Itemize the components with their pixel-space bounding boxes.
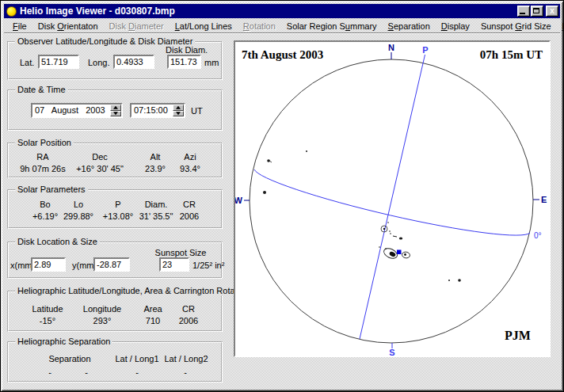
menu-disk-orientaton[interactable]: Disk Orientaton [32,20,104,32]
cr-value: 2006 [158,211,221,221]
group-disk-location-title: Disk Location & Size [15,237,100,246]
menu-solar-region-summary[interactable]: Solar Region Summary [281,20,383,32]
lat-label: Lat. [20,58,34,67]
time-spin-up-button[interactable] [173,105,184,111]
sunspot[interactable] [448,280,450,281]
ra-header: RA [11,152,74,162]
sunspot-size-label: Sunspot Size [149,248,212,257]
separation-header: Separation [38,354,101,363]
minimize-icon [520,13,525,14]
solar-disk-panel: 7th August 2003 07h 15m UT PJM N P S W E… [234,40,551,357]
pole-label: P [422,45,428,55]
dec-header: Dec [68,152,131,162]
latitude-value: -15° [16,316,79,325]
group-observer: Observer Latitude/Longitude & Disk Diame… [7,41,223,80]
date-spin-up-button[interactable] [110,105,121,111]
sunspot[interactable] [387,222,389,223]
menu-rotation: Rotation [238,20,281,32]
disk-diam-unit: mm [204,58,219,67]
east-label: E [541,195,547,204]
sunspot[interactable] [389,230,391,232]
menu-display[interactable]: Display [436,20,475,32]
group-heliographic-title: Heliographic Latitude/Longitude, Area & … [15,286,251,295]
time-value: 07:15:00 [134,105,168,115]
group-solar-position-title: Solar Position [15,138,74,147]
group-separation: Heliographic Separation Separation Lat /… [7,341,223,382]
latlong2-header: Lat / Long2 [154,354,218,363]
solar-equator-line [254,169,530,235]
menu-help[interactable]: Help [557,20,564,32]
cr-value-2: 2006 [157,316,220,325]
equator-zero-label: 0° [534,231,542,240]
lat-input[interactable] [38,55,79,69]
disk-diam-input[interactable] [167,55,201,69]
spin-up-icon [176,104,181,109]
minimize-button[interactable] [517,6,530,17]
spin-up-icon [113,104,118,109]
spin-down-icon [113,112,118,118]
group-separation-title: Heliographic Separation [15,337,112,346]
sunspot-umbra [383,228,385,230]
cr-header-2: CR [157,304,220,314]
sunspot[interactable] [458,279,461,282]
long-input[interactable] [113,55,154,69]
date-spinner [110,105,121,116]
sunspot[interactable] [379,246,380,248]
sunspot-umbra [404,253,406,256]
latitude-header: Latitude [16,304,79,314]
spin-down-icon [176,112,181,118]
sunspot[interactable] [306,150,307,152]
group-solar-position: Solar Position RA Dec Alt Azi 9h 07m 26s… [7,143,223,178]
sunspot-size-unit: 1/25² in² [192,261,224,270]
sunspot-size-input[interactable] [159,257,189,272]
menu-sunspot-grid-size[interactable]: Sunspot Grid Size [475,20,557,32]
window-title: Helio Image Viewer - d030807.bmp [20,6,516,17]
menu-file[interactable]: File [7,20,32,32]
sunspot[interactable] [399,238,402,240]
time-spinner [173,105,184,116]
menu-lat-long-lines[interactable]: Lat/Long Lines [170,20,238,32]
west-label: W [235,196,243,205]
central-meridian-line [360,55,425,339]
group-disk-location: Disk Location & Size Sunspot Size x(mm) … [7,242,223,279]
dec-value: +16° 30' 45" [68,164,131,173]
ut-label: UT [191,106,203,116]
separation-value-2: - [82,367,91,377]
menu-disk-diameter: Disk Diameter [104,20,170,32]
sunspot[interactable] [390,233,391,234]
sunspot[interactable] [393,236,397,237]
sun-app-icon [6,6,17,17]
maximize-icon [533,8,539,13]
group-heliographic: Heliographic Latitude/Longitude, Area & … [7,291,223,332]
date-value: 07 August 2003 [35,105,105,115]
solar-disk-canvas[interactable]: N P S W E 0° [235,42,549,356]
group-datetime: Date & Time 07 August 2003 07:15:00 UT [7,89,223,131]
app-window: Helio Image Viewer - d030807.bmp x File … [0,0,564,392]
y-mm-input[interactable] [93,257,130,272]
azi-header: Azi [158,152,222,162]
cr-header: CR [158,200,221,209]
sunspot[interactable] [263,191,266,194]
x-mm-input[interactable] [31,257,66,272]
menu-bar: File Disk Orientaton Disk Diameter Lat/L… [4,19,560,33]
group-solar-parameters-title: Solar Parameters [15,185,88,194]
sunspot-group-main[interactable] [383,246,411,261]
sunspot-umbra [389,251,397,257]
latlong1-value: - [132,367,142,377]
menu-separation[interactable]: Separation [383,20,436,32]
group-datetime-title: Date & Time [15,85,68,94]
north-label: N [388,43,394,52]
separation-value-1: - [45,367,55,377]
title-bar[interactable]: Helio Image Viewer - d030807.bmp x [4,4,560,18]
south-label: S [389,348,394,356]
maximize-button[interactable] [531,6,543,17]
date-spin-down-button[interactable] [110,111,121,117]
ra-value: 9h 07m 26s [11,164,74,173]
time-spin-down-button[interactable] [173,111,184,117]
time-control[interactable]: 07:15:00 [130,103,185,118]
close-button[interactable]: x [546,6,558,17]
close-icon: x [550,6,554,15]
disk-diam-label: Disk Diam. [166,45,208,55]
date-control[interactable]: 07 August 2003 [31,103,123,118]
long-label: Long. [88,58,110,67]
